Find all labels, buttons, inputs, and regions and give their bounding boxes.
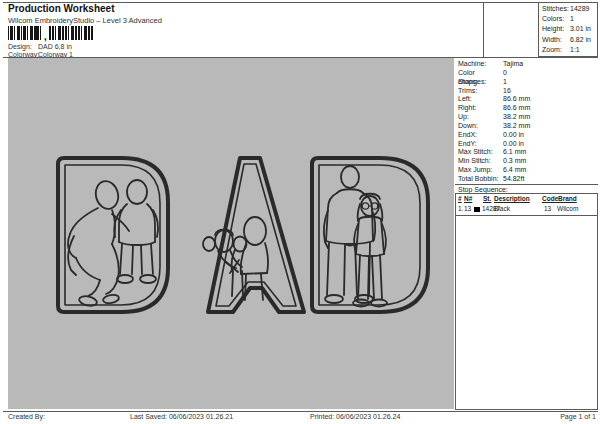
machine-info-row: Right:86.6 mm xyxy=(458,104,598,113)
summary-row: Height:3.01 in xyxy=(542,25,597,33)
colors-value: 1 xyxy=(570,15,574,23)
barcode-segment-1 xyxy=(8,26,42,40)
design-canvas xyxy=(8,58,454,409)
stitch-summary-box: Stitches:14289 Colors:1 Height:3.01 in W… xyxy=(538,2,598,57)
zoom-value: 1:1 xyxy=(570,46,580,54)
design-value: DAD 6,8 in xyxy=(38,43,72,50)
thread-color-swatch xyxy=(474,207,480,213)
machine-info-row: EndY:0.00 in xyxy=(458,140,598,149)
machine-info-row: Trims:16 xyxy=(458,87,598,96)
machine-info-row: Down:38.2 mm xyxy=(458,122,598,131)
col-header-code: Code xyxy=(542,195,558,202)
page-title: Production Worksheet xyxy=(8,3,115,14)
production-worksheet-page: { "header": { "title": "Production Works… xyxy=(0,0,600,424)
glasses-icon xyxy=(362,203,377,209)
stitches-value: 14289 xyxy=(570,5,589,13)
summary-row: Width:6.82 in xyxy=(542,36,597,44)
machine-info-panel: Machine:Tajima Color changes:0 Stops:1 T… xyxy=(458,60,598,184)
machine-info-row: Max Jump:6.4 mm xyxy=(458,166,598,175)
summary-row: Zoom:1:1 xyxy=(542,46,597,54)
footer-printed: Printed: 06/06/2023 01.26.24 xyxy=(310,413,400,420)
height-value: 3.01 in xyxy=(570,25,591,33)
footer-created-by: Created By: xyxy=(8,413,45,420)
machine-info-row: Max Stitch:6.1 mm xyxy=(458,148,598,157)
app-subtitle: Wilcom EmbroideryStudio – Level 3 Advanc… xyxy=(8,16,162,25)
col-header-description: Description xyxy=(494,195,530,202)
design-name-row: Design: DAD 6,8 in xyxy=(8,43,72,50)
stop-sequence-top-rule xyxy=(455,184,598,185)
stop-row-brand: Wilcom xyxy=(557,205,578,212)
footer-rule xyxy=(3,411,598,412)
machine-info-row: Up:38.2 mm xyxy=(458,113,598,122)
col-header-num: # xyxy=(458,195,462,202)
stop-sequence-label: Stop Sequence: xyxy=(458,186,508,193)
embroidery-design-dad xyxy=(8,58,454,409)
stop-sequence-table: # N# St. Description Code Brand 1. 13 14… xyxy=(455,193,598,410)
design-barcode: , xyxy=(8,26,94,40)
stop-row-needle: 13 xyxy=(464,205,471,212)
machine-info-row: Machine:Tajima xyxy=(458,60,598,69)
machine-info-row: Min Stitch:0.3 mm xyxy=(458,157,598,166)
summary-row: Colors:1 xyxy=(542,15,597,23)
letter-a-outer-outline xyxy=(208,158,304,312)
design-label: Design: xyxy=(8,43,38,50)
machine-info-row: Left:86.6 mm xyxy=(458,95,598,104)
footer-page-number: Page 1 of 1 xyxy=(560,413,596,420)
footer-last-saved: Last Saved: 06/06/2023 01.26.21 xyxy=(130,413,233,420)
stop-row-code: 13 xyxy=(544,205,551,212)
width-value: 6.82 in xyxy=(570,36,591,44)
machine-info-row: EndX:0.00 in xyxy=(458,131,598,140)
col-header-needle: N# xyxy=(464,195,472,202)
header-divider xyxy=(483,2,484,57)
summary-row: Stitches:14289 xyxy=(542,5,597,13)
stop-row-num: 1. xyxy=(458,205,463,212)
machine-info-row: Total Bobbin:54.82ft xyxy=(458,175,598,184)
stop-row-description: Black xyxy=(494,205,510,212)
col-header-stitches: St. xyxy=(483,195,491,202)
barcode-comma: , xyxy=(44,34,47,40)
son-figure xyxy=(114,180,158,283)
machine-info-row: Stops:1 xyxy=(458,78,598,87)
barcode-segment-2 xyxy=(49,26,94,40)
machine-info-row: Color changes:0 xyxy=(458,69,598,78)
col-header-brand: Brand xyxy=(558,195,577,202)
stop-row-rule xyxy=(456,215,597,216)
